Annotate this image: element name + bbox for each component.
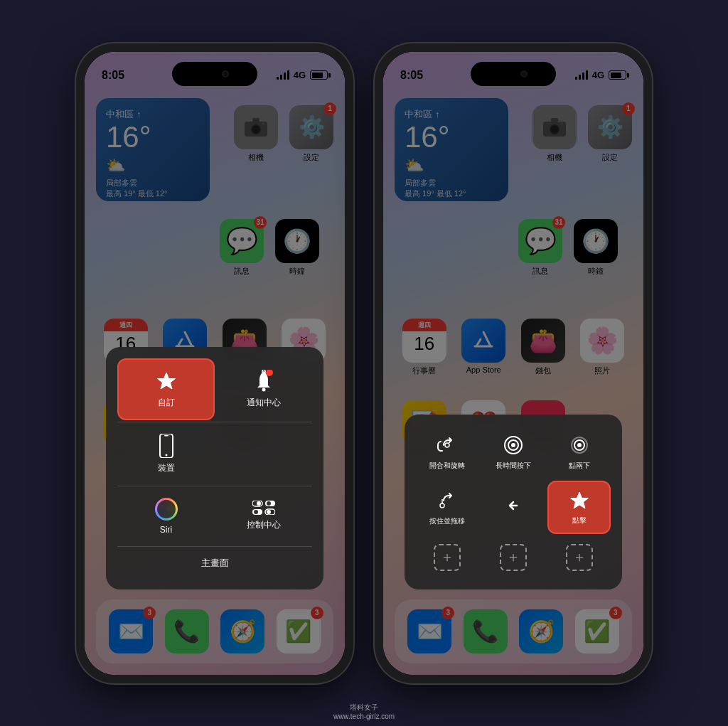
menu-item-tap[interactable]: 點擊 [547,481,611,534]
menu-label-home-screen: 主畫面 [201,557,229,570]
menu-label-long-press: 長時間按下 [496,461,531,471]
star-icon-customize [155,370,178,393]
menu-spacer-left [215,424,312,484]
long-press-icon [501,433,525,457]
svg-rect-9 [164,435,168,437]
menu-label-notification: 通知中心 [247,397,281,409]
menu-item-rotate[interactable]: 開合和旋轉 [416,426,479,478]
menu-item-press-drag[interactable]: 按住並拖移 [416,481,479,534]
press-drag-icon [435,489,459,513]
svg-point-13 [267,501,271,506]
svg-point-15 [254,510,258,514]
menu-item-double-tap[interactable]: 點兩下 [547,426,611,478]
watermark: 塔科女子 www.tech-girlz.com [333,703,395,720]
star-icon-tap [568,489,591,512]
siri-icon [155,498,178,521]
context-menu-left: 自訂 通知中心 [106,347,323,589]
plus-box-1: ＋ [434,544,461,571]
menu-label-double-tap: 點兩下 [569,461,590,471]
svg-point-8 [165,454,167,456]
phone-screen-right: 8:05 4G [383,52,643,675]
home-screen-right: 中和區 ↑ 16° ⛅ 局部多雲 最高 19° 最低 12° [383,52,643,675]
phone-screen-left: 8:05 4G [85,52,345,675]
menu-label-siri: Siri [160,525,172,535]
svg-point-29 [577,443,582,447]
arrow-left-icon [501,493,525,518]
menu-item-add3[interactable]: ＋ [547,537,611,578]
phone-frame-right: 8:05 4G [375,43,652,683]
phone-left: 8:05 4G [76,43,353,683]
menu-divider-3-left [117,546,312,547]
menu-label-customize: 自訂 [158,397,175,409]
menu-item-notification[interactable]: 通知中心 [215,358,312,420]
double-tap-icon [567,433,592,457]
menu-label-rotate: 開合和旋轉 [429,461,465,471]
menu-item-long-press[interactable]: 長時間按下 [482,426,545,478]
toggle-icon [252,501,275,515]
rotate-icon [435,433,459,457]
svg-point-26 [511,443,515,447]
menu-item-add2[interactable]: ＋ [482,537,545,578]
menu-item-siri[interactable]: Siri [117,488,215,545]
menu-item-customize[interactable]: 自訂 [117,358,215,420]
plus-box-2: ＋ [500,544,527,571]
menu-item-home-screen[interactable]: 主畫面 [117,548,312,578]
menu-item-swipe-back[interactable] [482,481,545,534]
context-menu-grid-left: 自訂 通知中心 [117,358,312,578]
svg-point-5 [262,388,265,391]
home-screen-left: 中和區 ↑ 16° ⛅ 局部多雲 最高 19° 最低 12° [85,52,345,675]
svg-point-17 [267,510,271,514]
watermark-line2: www.tech-girlz.com [333,712,395,720]
svg-point-11 [257,501,261,506]
device-icon [159,434,174,458]
phone-right: 8:05 4G [375,43,652,683]
menu-label-tap: 點擊 [572,516,587,525]
svg-point-23 [445,443,449,447]
context-menu-right: 開合和旋轉 長時間按下 [405,415,622,589]
plus-box-3: ＋ [566,544,593,571]
watermark-line1: 塔科女子 [333,703,395,712]
menu-label-device: 裝置 [158,462,175,474]
menu-divider-2-left [117,486,312,486]
menu-item-add1[interactable]: ＋ [416,537,479,578]
menu-item-device[interactable]: 裝置 [117,424,215,484]
svg-point-30 [440,503,444,508]
menu-divider-1-left [117,422,312,422]
menu-label-press-drag: 按住並拖移 [429,516,465,526]
bell-icon [254,370,274,393]
context-menu-grid-right: 開合和旋轉 長時間按下 [416,426,611,578]
menu-item-control-center[interactable]: 控制中心 [215,488,312,545]
phone-frame-left: 8:05 4G [76,43,353,683]
menu-label-control-center: 控制中心 [247,519,281,531]
